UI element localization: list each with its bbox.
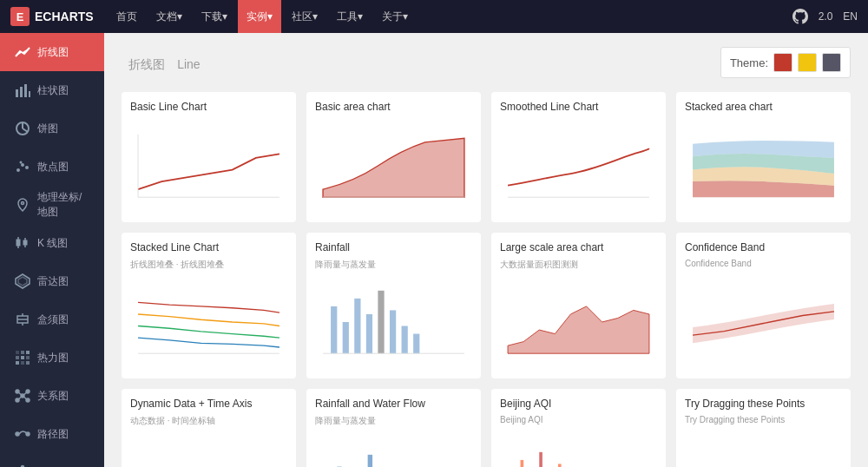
svg-point-41 bbox=[16, 432, 19, 436]
scatter-icon bbox=[15, 159, 30, 174]
nav-item-关于[interactable]: 关于▾ bbox=[373, 0, 417, 33]
sidebar-item-label: 散点图 bbox=[37, 160, 69, 174]
svg-rect-62 bbox=[500, 127, 657, 206]
svg-rect-86 bbox=[368, 455, 372, 467]
nav-item-社区[interactable]: 社区▾ bbox=[283, 0, 326, 33]
chart-card-stacked-line-chart[interactable]: Stacked Line Chart折线图堆叠 · 折线图堆叠 bbox=[122, 233, 296, 378]
svg-rect-74 bbox=[402, 326, 408, 354]
sidebar-item-热力图[interactable]: 热力图 bbox=[0, 339, 104, 377]
chart-card-confidence-band[interactable]: Confidence BandConfidence Band bbox=[676, 233, 851, 378]
sidebar-item-label: 地理坐标/地图 bbox=[37, 190, 92, 220]
chart-card-rainfall-and-water-flow[interactable]: Rainfall and Water Flow降雨量与蒸发量 bbox=[306, 389, 481, 467]
svg-rect-98 bbox=[558, 464, 562, 467]
chart-preview bbox=[685, 428, 842, 467]
svg-rect-65 bbox=[130, 283, 287, 362]
nav-item-文档[interactable]: 文档▾ bbox=[148, 0, 191, 33]
bar-icon bbox=[15, 82, 30, 98]
nav-item-工具[interactable]: 工具▾ bbox=[328, 0, 372, 33]
sidebar-item-饼图[interactable]: 饼图 bbox=[0, 109, 104, 148]
chart-card-dynamic-data-+-time-axis[interactable]: Dynamic Data + Time Axis动态数据 · 时间坐标轴 bbox=[122, 389, 296, 467]
sidebar-item-label: 雷达图 bbox=[37, 274, 69, 289]
nav-items: 首页文档▾下载▾实例▾社区▾工具▾关于▾ bbox=[108, 0, 792, 33]
chart-subtitle: 降雨量与蒸发量 bbox=[315, 415, 472, 427]
sidebar-item-label: K 线图 bbox=[37, 236, 68, 251]
theme-swatch-yellow[interactable] bbox=[798, 53, 817, 72]
sidebar-item-柱状图[interactable]: 柱状图 bbox=[0, 71, 104, 109]
sidebar-item-树图[interactable]: 树图 bbox=[0, 453, 104, 467]
path-icon bbox=[15, 426, 30, 442]
svg-rect-92 bbox=[521, 460, 524, 467]
sidebar-item-关系图[interactable]: 关系图 bbox=[0, 377, 104, 415]
svg-rect-57 bbox=[130, 127, 287, 206]
page-title: 折线图 Line bbox=[122, 51, 201, 74]
svg-rect-15 bbox=[23, 240, 27, 245]
chart-card-basic-area-chart[interactable]: Basic area chart bbox=[306, 92, 481, 222]
chart-title: Large scale area chart bbox=[500, 241, 657, 253]
svg-line-6 bbox=[23, 128, 28, 132]
svg-rect-1 bbox=[20, 87, 23, 97]
theme-selector: Theme: bbox=[720, 47, 851, 78]
svg-rect-25 bbox=[26, 351, 30, 354]
sidebar-item-折线图[interactable]: 折线图 bbox=[0, 33, 104, 71]
chart-title: Rainfall bbox=[315, 241, 472, 253]
lang-label[interactable]: EN bbox=[843, 10, 858, 23]
svg-rect-99 bbox=[685, 437, 842, 467]
svg-point-10 bbox=[20, 161, 23, 164]
svg-rect-68 bbox=[331, 306, 337, 353]
theme-swatch-dark[interactable] bbox=[822, 53, 841, 72]
logo[interactable]: E ECHARTS bbox=[10, 7, 94, 26]
sidebar-item-label: 饼图 bbox=[37, 122, 58, 136]
sidebar-item-散点图[interactable]: 散点图 bbox=[0, 148, 104, 186]
chart-preview bbox=[315, 274, 472, 370]
svg-point-9 bbox=[25, 166, 29, 169]
chart-preview bbox=[315, 431, 472, 467]
chart-preview bbox=[130, 431, 287, 467]
chart-subtitle: Try Dragging these Points bbox=[685, 415, 842, 424]
pie-icon bbox=[15, 121, 30, 136]
chart-card-try-dragging-these-points[interactable]: Try Dragging these PointsTry Dragging th… bbox=[676, 389, 851, 467]
chart-subtitle: 降雨量与蒸发量 bbox=[315, 259, 472, 271]
sidebar-item-K 线图[interactable]: K 线图 bbox=[0, 224, 104, 262]
nav-right: 2.0 EN bbox=[792, 9, 858, 24]
sidebar-item-路径图[interactable]: 路径图 bbox=[0, 415, 104, 453]
chart-card-smoothed-line-chart[interactable]: Smoothed Line Chart bbox=[491, 92, 666, 222]
svg-rect-71 bbox=[366, 314, 372, 353]
chart-title: Stacked Line Chart bbox=[130, 241, 287, 253]
nav-item-下载[interactable]: 下载▾ bbox=[193, 0, 236, 33]
chart-card-beijing-aqi[interactable]: Beijing AQIBeijing AQI bbox=[491, 389, 666, 467]
svg-rect-31 bbox=[26, 361, 30, 365]
sidebar-item-地理坐标/地图[interactable]: 地理坐标/地图 bbox=[0, 186, 104, 224]
svg-rect-28 bbox=[26, 356, 30, 359]
chart-preview bbox=[315, 118, 472, 214]
version-label: 2.0 bbox=[819, 10, 833, 23]
svg-rect-29 bbox=[16, 361, 19, 365]
chart-preview bbox=[500, 118, 657, 214]
nav-item-首页[interactable]: 首页 bbox=[108, 0, 146, 33]
sidebar: 折线图柱状图饼图散点图地理坐标/地图K 线图雷达图盒须图热力图关系图路径图树图矩… bbox=[0, 33, 104, 467]
svg-rect-73 bbox=[390, 310, 396, 353]
sidebar-item-雷达图[interactable]: 雷达图 bbox=[0, 262, 104, 300]
svg-point-7 bbox=[16, 168, 20, 172]
chart-card-stacked-area-chart[interactable]: Stacked area chart bbox=[676, 92, 851, 222]
github-icon[interactable] bbox=[792, 9, 808, 24]
sidebar-item-盒须图[interactable]: 盒须图 bbox=[0, 300, 104, 339]
chart-card-large-scale-area-chart[interactable]: Large scale area chart大数据量面积图测测 bbox=[491, 233, 666, 378]
theme-label: Theme: bbox=[730, 56, 768, 69]
svg-rect-24 bbox=[21, 351, 24, 354]
svg-marker-18 bbox=[18, 277, 27, 286]
logo-text: ECHARTS bbox=[35, 10, 94, 23]
chart-preview bbox=[500, 428, 657, 467]
relation-icon bbox=[15, 388, 30, 404]
chart-grid: Basic Line Chart Basic area chart Smooth… bbox=[122, 92, 851, 467]
chart-title: Dynamic Data + Time Axis bbox=[130, 398, 287, 410]
chart-title: Rainfall and Water Flow bbox=[315, 398, 472, 410]
svg-rect-69 bbox=[343, 322, 349, 353]
chart-card-rainfall[interactable]: Rainfall降雨量与蒸发量 bbox=[306, 233, 481, 378]
svg-rect-75 bbox=[413, 334, 419, 354]
nav-item-实例[interactable]: 实例▾ bbox=[238, 0, 281, 33]
svg-rect-70 bbox=[354, 299, 360, 353]
theme-swatch-red[interactable] bbox=[773, 53, 792, 72]
sidebar-item-label: 折线图 bbox=[37, 45, 69, 60]
chart-preview bbox=[130, 118, 287, 214]
chart-card-basic-line-chart[interactable]: Basic Line Chart bbox=[122, 92, 296, 222]
